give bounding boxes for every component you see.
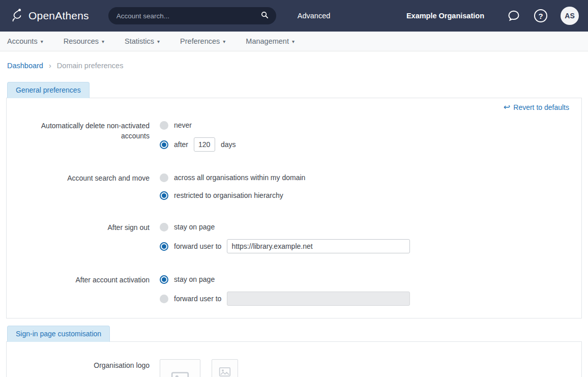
search-icon[interactable]	[260, 11, 269, 21]
chevron-down-icon: ▾	[102, 39, 104, 44]
main-nav: Accounts ▾ Resources ▾ Statistics ▾ Pref…	[0, 32, 588, 51]
radio-after-days[interactable]	[160, 140, 168, 149]
restricted-label[interactable]: restricted to organisation hierarchy	[174, 191, 283, 199]
nav-label: Accounts	[7, 37, 38, 45]
image-placeholder-icon	[218, 365, 231, 377]
auto-delete-after-option[interactable]: after days	[160, 137, 236, 152]
nav-item-preferences[interactable]: Preferences ▾	[180, 37, 225, 45]
brand-name: OpenAthens	[28, 10, 89, 22]
nav-item-statistics[interactable]: Statistics ▾	[125, 37, 160, 45]
activation-forward-option[interactable]: forward user to	[160, 292, 410, 306]
nav-item-accounts[interactable]: Accounts ▾	[7, 37, 43, 45]
after-label[interactable]: after	[174, 140, 188, 149]
chevron-down-icon: ▾	[223, 39, 225, 44]
after-sign-out-row: After sign out stay on page forward user…	[19, 221, 569, 253]
signin-customisation-panel: Organisation logo	[6, 341, 582, 377]
breadcrumb-separator-icon: ›	[49, 62, 51, 70]
forward-url-input[interactable]	[227, 239, 410, 253]
radio-restricted[interactable]	[160, 191, 168, 200]
nav-label: Statistics	[125, 37, 154, 45]
activation-forward-label[interactable]: forward user to	[174, 295, 221, 303]
logo-upload-large[interactable]	[160, 359, 200, 377]
tab-signin-customisation[interactable]: Sign-in page customisation	[7, 326, 110, 342]
after-sign-out-label: After sign out	[19, 221, 150, 253]
across-all-label[interactable]: across all organisations within my domai…	[174, 173, 305, 182]
days-input[interactable]	[194, 137, 215, 152]
revert-to-defaults-link[interactable]: ↩ Revert to defaults	[504, 103, 569, 111]
revert-label: Revert to defaults	[513, 103, 569, 111]
page-content: General preferences ↩ Revert to defaults…	[0, 82, 588, 377]
chevron-down-icon: ▾	[292, 39, 295, 44]
organisation-logo-row: Organisation logo	[19, 359, 569, 377]
general-preferences-panel: ↩ Revert to defaults Automatically delet…	[6, 98, 582, 318]
chevron-down-icon: ▾	[157, 39, 160, 44]
search-move-restricted-option[interactable]: restricted to organisation hierarchy	[160, 190, 305, 201]
account-search-input[interactable]	[115, 12, 260, 20]
auto-delete-label: Automatically delete non-activated accou…	[19, 120, 150, 152]
stay-on-page-label[interactable]: stay on page	[174, 223, 215, 231]
nav-label: Management	[246, 37, 289, 45]
radio-activation-stay[interactable]	[160, 275, 168, 284]
organisation-logo-label: Organisation logo	[19, 359, 150, 377]
days-suffix-label: days	[221, 140, 236, 149]
radio-stay-on-page[interactable]	[160, 223, 168, 231]
advanced-search-link[interactable]: Advanced	[298, 12, 331, 20]
nav-item-resources[interactable]: Resources ▾	[64, 37, 104, 45]
radio-across-all[interactable]	[160, 173, 168, 182]
openathens-logo-icon	[9, 8, 24, 24]
nav-label: Preferences	[180, 37, 220, 45]
sign-out-stay-option[interactable]: stay on page	[160, 221, 410, 233]
revert-arrow-icon: ↩	[504, 103, 510, 111]
chevron-down-icon: ▾	[41, 39, 43, 44]
search-move-all-option[interactable]: across all organisations within my domai…	[160, 172, 305, 183]
activation-stay-label[interactable]: stay on page	[174, 275, 215, 283]
image-placeholder-icon	[170, 369, 190, 377]
openathens-brand[interactable]: OpenAthens	[9, 8, 89, 24]
organisation-name: Example Organisation	[406, 12, 484, 20]
help-icon[interactable]: ?	[534, 9, 547, 22]
logo-upload-small[interactable]	[212, 359, 238, 377]
feedback-bubble-icon[interactable]	[507, 9, 521, 23]
radio-never[interactable]	[160, 121, 168, 130]
top-header: OpenAthens Advanced Example Organisation…	[0, 0, 588, 32]
account-search	[108, 7, 276, 24]
activation-forward-url-input	[227, 292, 410, 306]
search-move-label: Account search and move	[19, 172, 150, 201]
auto-delete-row: Automatically delete non-activated accou…	[19, 120, 569, 152]
breadcrumb: Dashboard › Domain preferences	[0, 51, 588, 78]
breadcrumb-dashboard-link[interactable]: Dashboard	[7, 62, 43, 70]
tab-general-preferences[interactable]: General preferences	[7, 82, 90, 98]
auto-delete-never-option[interactable]: never	[160, 120, 236, 131]
sign-out-forward-option[interactable]: forward user to	[160, 239, 410, 253]
search-move-row: Account search and move across all organ…	[19, 172, 569, 201]
nav-item-management[interactable]: Management ▾	[246, 37, 295, 45]
forward-user-label[interactable]: forward user to	[174, 242, 221, 250]
radio-forward-user[interactable]	[160, 242, 168, 251]
activation-stay-option[interactable]: stay on page	[160, 274, 410, 285]
after-activation-row: After account activation stay on page fo…	[19, 274, 569, 306]
breadcrumb-current: Domain preferences	[57, 62, 124, 70]
user-avatar[interactable]: AS	[561, 7, 579, 25]
nav-label: Resources	[64, 37, 99, 45]
radio-activation-forward[interactable]	[160, 295, 168, 303]
after-activation-label: After account activation	[19, 274, 150, 306]
never-label[interactable]: never	[174, 121, 192, 129]
